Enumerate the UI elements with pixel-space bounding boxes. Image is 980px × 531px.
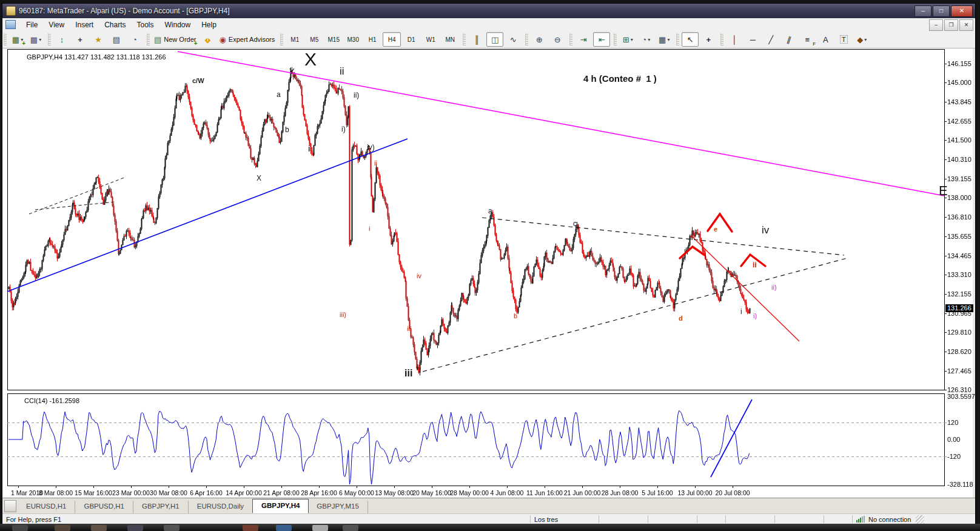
time-axis-label: 13 Jul 00:00 — [677, 489, 712, 496]
wave-label: Y — [289, 67, 295, 75]
indicators-button[interactable]: ⊞▾ — [619, 32, 636, 47]
data-window-button[interactable]: + — [72, 32, 89, 47]
new-order-button[interactable]: ▤+New Order — [152, 32, 198, 47]
wave-label: iv) — [367, 144, 375, 151]
resize-grip[interactable] — [916, 515, 924, 524]
toolbar-group-grip[interactable] — [720, 33, 723, 45]
taskbar-item[interactable] — [55, 525, 70, 531]
fibonacci-button[interactable]: ≡F — [799, 32, 816, 47]
toolbar-group-grip[interactable] — [4, 33, 7, 45]
auto-scroll-button[interactable]: ⇥ — [575, 32, 592, 47]
wave-label: e — [714, 226, 717, 233]
navigator-button[interactable]: ★ — [90, 32, 107, 47]
line-chart-button[interactable]: ∿ — [505, 32, 522, 47]
menu-item-file[interactable]: File — [21, 19, 43, 30]
wave-label: iii — [404, 369, 412, 378]
crosshair-button[interactable]: + — [700, 32, 717, 47]
vertical-line-button[interactable]: │ — [726, 32, 743, 47]
market-watch-button[interactable]: ↕ — [53, 32, 70, 47]
menu-item-view[interactable]: View — [43, 19, 70, 30]
toolbar-group-grip[interactable] — [463, 33, 466, 45]
toolbar-group-grip[interactable] — [147, 33, 150, 45]
taskbar-item[interactable] — [12, 525, 28, 531]
taskbar-item[interactable] — [343, 525, 358, 531]
tab-gbpusdh1[interactable]: GBPUSD,H1 — [75, 501, 133, 513]
child-minimize-button[interactable]: – — [929, 19, 943, 31]
timeframe-w1-button[interactable]: W1 — [421, 32, 440, 47]
text-button[interactable]: A — [817, 32, 834, 47]
strategy-tester-icon: ◔ — [132, 35, 137, 44]
timeframe-mn-button[interactable]: MN — [441, 32, 459, 47]
strategy-tester-button[interactable]: ◔ — [126, 32, 143, 47]
child-restore-button[interactable]: ❐ — [944, 19, 958, 31]
periods-button[interactable]: ◔▾ — [637, 32, 654, 47]
timeframe-h4-button[interactable]: H4 — [383, 32, 401, 47]
toolbar-group-grip[interactable] — [569, 33, 572, 45]
timeframe-h1-button[interactable]: H1 — [363, 32, 381, 47]
toolbar-group-grip[interactable] — [48, 33, 51, 45]
time-axis-label: 21 Jun 00:00 — [564, 489, 601, 496]
toolbar-group-grip[interactable] — [676, 33, 679, 45]
channel-icon: ∥ — [786, 35, 793, 44]
menu-item-tools[interactable]: Tools — [132, 19, 159, 30]
new-chart-icon: ▦ — [12, 35, 19, 44]
time-axis-label: 14 Apr 00:00 — [226, 489, 262, 496]
horizontal-line-button[interactable]: ─ — [744, 32, 761, 47]
zoom-out-button[interactable]: ⊖ — [549, 32, 566, 47]
bar-chart-icon: ║ — [474, 35, 480, 44]
taskbar-item[interactable] — [276, 525, 292, 531]
time-axis-label: 20 Jul 08:00 — [715, 489, 750, 496]
new-chart-button[interactable]: ▦+▾ — [9, 32, 26, 47]
terminal-button[interactable]: ▤ — [108, 32, 125, 47]
chart-shift-button[interactable]: ⇤ — [593, 32, 610, 47]
taskbar-item[interactable] — [91, 525, 107, 531]
menu-item-insert[interactable]: Insert — [70, 19, 99, 30]
child-close-button[interactable]: ✕ — [959, 19, 973, 31]
toolbar-group-grip[interactable] — [280, 33, 283, 45]
tab-gbpjpyh4[interactable]: GBPJPY,H4 — [252, 499, 309, 513]
bar-chart-button[interactable]: ║ — [468, 32, 485, 47]
menu-item-window[interactable]: Window — [159, 19, 196, 30]
chevron-down-icon: ▾ — [648, 37, 650, 42]
price-chart-canvas[interactable] — [2, 48, 973, 498]
minimize-button[interactable]: – — [915, 5, 931, 17]
menu-item-charts[interactable]: Charts — [99, 19, 131, 30]
timeframe-m5-button[interactable]: M5 — [305, 32, 323, 47]
tab-gbpjpym15[interactable]: GBPJPY,M15 — [308, 501, 368, 513]
metaeditor-button[interactable]: ◆! — [199, 32, 216, 47]
menu-item-help[interactable]: Help — [196, 19, 222, 30]
time-axis-label: 30 Mar 08:00 — [150, 489, 187, 496]
tab-eurusdh1[interactable]: EURUSD,H1 — [18, 501, 75, 513]
tab-gbpjpyh1[interactable]: GBPJPY,H1 — [133, 501, 189, 513]
close-button[interactable]: ✕ — [951, 5, 973, 17]
profiles-button[interactable]: ▩▾ — [27, 32, 44, 47]
templates-button[interactable]: ▦▾ — [656, 32, 673, 47]
trendline-button[interactable]: ╱ — [762, 32, 779, 47]
equidistant-channel-button[interactable]: ∥ — [780, 32, 797, 47]
title-bar[interactable]: 960187: MetaTrader - Alpari (US) - Demo … — [2, 4, 975, 18]
taskbar-item[interactable] — [243, 525, 258, 531]
text-label-button[interactable]: T — [835, 32, 852, 47]
tab-scroll-button[interactable] — [4, 500, 16, 512]
candlestick-chart-button[interactable]: ◫ — [486, 32, 503, 47]
arrow-tools-button[interactable]: ◆▾ — [853, 32, 870, 47]
timeframe-m15-button[interactable]: M15 — [324, 32, 343, 47]
cursor-button[interactable]: ↖ — [682, 32, 699, 47]
arrows-icon: ◆ — [857, 35, 863, 44]
timeframe-m30-button[interactable]: M30 — [344, 32, 362, 47]
expert-advisors-button[interactable]: ◉Expert Advisors — [217, 32, 277, 47]
taskbar-item[interactable] — [127, 525, 143, 531]
taskbar-item[interactable] — [312, 525, 328, 531]
chart-info-line: GBPJPY,H4 131.427 131.482 131.118 131.26… — [27, 53, 166, 61]
toolbar-group: ▦+▾▩▾ — [2, 32, 47, 47]
taskbar-item[interactable] — [164, 525, 180, 531]
timeframe-d1-button[interactable]: D1 — [402, 32, 420, 47]
toolbar-group-grip[interactable] — [614, 33, 617, 45]
tab-eurusddaily[interactable]: EURUSD,Daily — [189, 501, 253, 513]
menu-bar: FileViewInsertChartsToolsWindowHelp – ❐ … — [2, 18, 975, 32]
maximize-button[interactable]: □ — [933, 5, 950, 17]
exclamation-badge-icon: ! — [207, 36, 209, 42]
toolbar-group-grip[interactable] — [525, 33, 528, 45]
zoom-in-button[interactable]: ⊕ — [531, 32, 548, 47]
timeframe-m1-button[interactable]: M1 — [286, 32, 304, 47]
